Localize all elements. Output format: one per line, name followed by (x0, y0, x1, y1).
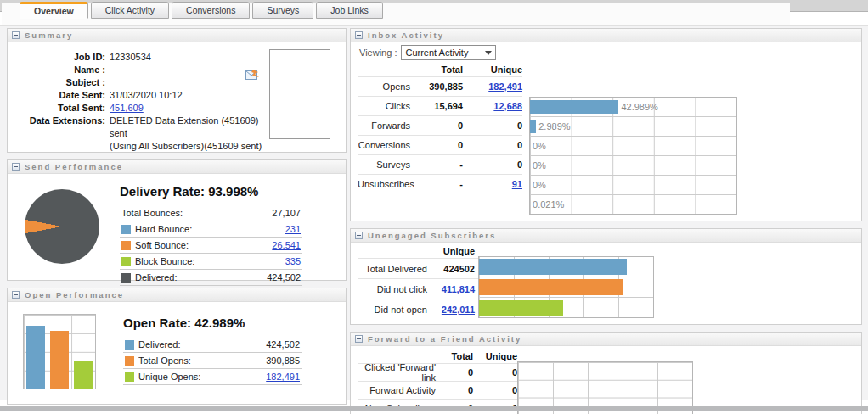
unique-clicks-link[interactable]: 12,688 (493, 101, 522, 111)
panel-title: Open Performance (25, 290, 124, 299)
inbox-activity-panel: Inbox Activity Viewing : Current Activit… (350, 28, 862, 221)
tab-click-activity[interactable]: Click Activity (91, 2, 169, 19)
did-not-open-bar-row (479, 298, 653, 318)
collapse-icon[interactable] (355, 232, 363, 239)
total-value: 15,694 (410, 101, 463, 111)
unique-opens-link[interactable]: 182,491 (266, 372, 300, 382)
soft-bounce-link[interactable]: 26,541 (272, 240, 301, 250)
send-performance-body: Delivery Rate: 93.998% Total Bounces: 27… (8, 174, 346, 280)
forward-row-forward-activity: Forward Activity 0 0 (358, 381, 524, 399)
stat-value: 424,502 (267, 272, 301, 283)
stat-label: Hard Bounce: (135, 224, 285, 234)
col-header-unique: Unique (463, 64, 522, 75)
total-opens-swatch (125, 356, 134, 366)
unengaged-bar-grid (478, 256, 654, 318)
email-preview-icon[interactable] (245, 70, 259, 82)
total-value: - (410, 159, 463, 170)
forwards-bar-row: 0% (530, 137, 736, 156)
tab-overview[interactable]: Overview (20, 2, 88, 19)
did-not-click-link[interactable]: 411,814 (442, 284, 475, 294)
row-label: Did not click (358, 284, 427, 294)
conversions-pct: 0% (533, 160, 546, 171)
tab-surveys[interactable]: Surveys (252, 2, 313, 19)
tab-conversions[interactable]: Conversions (172, 2, 250, 19)
viewing-label: Viewing : (359, 48, 397, 58)
field-value: 12330534 (110, 51, 151, 64)
row-label: Clicks (358, 101, 410, 111)
total-sent-link[interactable]: 451,609 (110, 103, 144, 113)
field-label: Subject : (8, 76, 105, 89)
delivered-swatch (125, 340, 134, 350)
forwards-pct: 0% (533, 141, 546, 151)
row-label: Forwards (358, 120, 410, 131)
total-value: 0 (410, 120, 463, 131)
unengaged-subscribers-panel: Unengaged Subscribers Unique Total Deliv… (350, 228, 862, 325)
unique-value: 0 (463, 140, 522, 150)
unique-value: 0 (463, 120, 522, 131)
hard-bounce-link[interactable]: 231 (285, 224, 301, 234)
tab-job-links[interactable]: Job Links (316, 2, 382, 19)
collapse-icon[interactable] (12, 163, 20, 171)
panel-title: Inbox Activity (368, 31, 444, 40)
col-header-unique: Unique (473, 351, 517, 361)
field-label: Date Sent: (8, 89, 105, 102)
row-label: Forward Activity (358, 385, 436, 395)
collapse-icon[interactable] (355, 31, 363, 39)
viewing-select[interactable]: Current Activity (401, 45, 496, 60)
inbox-row-conversions: Conversions 0 0 (358, 135, 522, 154)
viewing-row: Viewing : Current Activity (351, 42, 861, 63)
open-performance-header: Open Performance (8, 288, 346, 302)
surveys-bar-row: 0% (530, 176, 736, 195)
open-performance-body: Open Rate: 42.989% Delivered: 424,502 To… (8, 302, 346, 404)
collapse-icon[interactable] (12, 31, 20, 39)
unengaged-header: Unengaged Subscribers (351, 229, 861, 243)
field-value: DELETED Data Extension (451609) sent (Us… (110, 115, 262, 153)
stat-label: Delivered: (135, 272, 267, 283)
col-header-unique: Unique (427, 246, 475, 256)
left-column: Summary Job ID: 12330534 Name : Subject … (7, 28, 347, 411)
opens-bar-chart (23, 314, 96, 389)
total-value: - (410, 179, 463, 189)
tab-bar: Overview Click Activity Conversions Surv… (20, 2, 383, 19)
stat-value: 424,502 (266, 339, 300, 350)
row-label: Unsubscribes (358, 179, 410, 189)
unengaged-table: Unique Total Delivered 424502 Did not cl… (351, 243, 861, 324)
collapse-icon[interactable] (12, 291, 20, 299)
panel-title: Summary (25, 31, 73, 40)
field-label: Data Extensions: (8, 115, 105, 153)
delivery-pie-chart (25, 189, 99, 264)
unique-opens-link[interactable]: 182,491 (488, 81, 522, 92)
panel-title: Forward to a Friend Activity (368, 334, 521, 344)
open-rate-headline: Open Rate: 42.989% (123, 316, 302, 330)
col-header-total: Total (410, 64, 463, 75)
row-label: Conversions (358, 140, 410, 150)
stat-row-hard-bounce: Hard Bounce: 231 (120, 221, 302, 238)
collapse-icon[interactable] (355, 335, 363, 343)
field-label: Name : (8, 64, 105, 76)
did-not-open-bar (479, 300, 563, 316)
dropdown-caret-icon (485, 51, 492, 55)
stat-label: Soft Bounce: (135, 240, 272, 250)
unique-unsubscribes-link[interactable]: 91 (512, 179, 522, 189)
conversions-bar-row: 0% (530, 156, 736, 176)
inbox-row-surveys: Surveys - 0 (358, 154, 522, 174)
content-area: Summary Job ID: 12330534 Name : Subject … (0, 25, 868, 400)
clicks-pct: 2.989% (538, 121, 570, 131)
stat-row-delivered: Delivered: 424,502 (120, 270, 302, 286)
unique-value: 424502 (427, 264, 475, 274)
unsubscribes-bar-row: 0.021% (530, 195, 736, 214)
unengaged-row-did-not-open: Did not open 242,011 (358, 299, 482, 319)
total-opens-bar (50, 331, 69, 389)
stat-row-soft-bounce: Soft Bounce: 26,541 (120, 238, 302, 254)
send-performance-stats: Delivery Rate: 93.998% Total Bounces: 27… (120, 182, 302, 280)
opens-pct: 42.989% (621, 102, 657, 112)
total-delivered-bar (479, 259, 627, 275)
send-performance-header: Send Performance (8, 160, 346, 174)
block-bounce-link[interactable]: 335 (285, 256, 301, 266)
did-not-open-link[interactable]: 242,011 (442, 305, 475, 315)
bottom-bar (0, 406, 868, 411)
delivered-bar (26, 326, 45, 389)
row-label: Total Delivered (358, 264, 427, 274)
email-preview-box[interactable] (269, 49, 330, 139)
inbox-activity-bar-grid: 42.989% 2.989% 0% 0% (529, 97, 737, 215)
